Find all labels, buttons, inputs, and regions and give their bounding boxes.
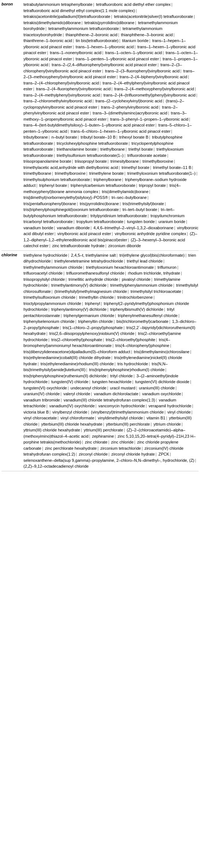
boron-entry-thianphthene-3: thianphthene–3–boronic acid bbox=[121, 33, 173, 37]
chlorine-entry-tungsten-hexachloride: tungsten hexachloride bbox=[92, 380, 132, 384]
chlorine-entry-trimethylantimony: trimethylantimony(V) dichloride bbox=[51, 283, 107, 287]
boron-entry-tri-tert-butyl-borate: tri–tert–butyl borate bbox=[122, 207, 157, 212]
boron-entry-triisopropanolamine: triisopropanolamine borate bbox=[23, 159, 71, 163]
chlorine-entry-rhodium-trichloride: rhodium trichloride, trihydrate bbox=[128, 271, 180, 275]
chlorine-entry-vinyldimethylsilyl: vinyldimethylsilyl chloride bbox=[98, 416, 143, 420]
boron-entry-n-butyl-borate: n–butyl borate bbox=[52, 135, 77, 139]
chlorine-entry-triphenylselenonium: triphenylselenonium chloride bbox=[23, 319, 74, 324]
chlorine-entry-undecanoyl: undecanoyl chloride bbox=[71, 386, 107, 390]
chlorine-entry-bis-trichloromethyl: bis(trichloromethyl)carbonate bbox=[116, 319, 168, 324]
boron-entry-trimethyl-borate: trimethyl borate bbox=[122, 165, 149, 170]
boron-entry-tributylborane: tributylborane bbox=[23, 135, 48, 139]
chlorine-entry-selenoxanthene: selenoxanthene–delta(sup 9,gamma)–propyl… bbox=[23, 458, 195, 463]
chlorine-entry-verapamil: verapamil hydrochloride bbox=[149, 404, 192, 408]
boron-entry-tetrakis-dimethylamido: tetrakis(dimethylamido)diborane bbox=[23, 20, 81, 25]
chlorine-entry-trioctylpropyl: trioctylpropylammonium chloride bbox=[23, 301, 81, 306]
chlorine-entry-tris-2-6-diisopropyl: tris(2,6–diisopropylphenoxy)niobium(V) c… bbox=[49, 331, 134, 336]
boron-entry-tetrafluoroboric-acid: tetrafluoroboric acid diethyl ether comp… bbox=[96, 2, 171, 7]
chlorine-entry-vinyl-chloroformate: vinyl chloroformate bbox=[60, 416, 94, 420]
boron-entry-thianthrene: thianthrene–1–boronic acid bbox=[23, 38, 72, 43]
boron-entry-titanium-boride: titanium boride bbox=[122, 38, 148, 43]
chlorine-entry-zephiramine: zephiramine bbox=[92, 434, 114, 438]
chlorine-entry-tris-triphenylphosphine-ruthenium: tris(triphenylphosphine)ruthenium(II) di… bbox=[23, 374, 107, 378]
chlorine-entry-tri-ethylene-glycol: tri(ethylene glycol)bis(chloroformate) bbox=[119, 253, 185, 257]
boron-content: tetrabutylammonium tetraphenylborate| te… bbox=[23, 1, 199, 249]
boron-entry-trans-3-dimethylamino: trans–3–(dimethylamino)acrylboronic acid bbox=[93, 111, 167, 115]
chlorine-entry-vanadium-iv-oxychloride: vanadium(IV) oxychloride bbox=[49, 404, 95, 408]
boron-entry-zinc-tetrafluoroborate: zinc tetrafluoroborate hydrate bbox=[52, 244, 104, 248]
chlorine-entry-tungsten-vi-dichloride: tungsten(VI) dichloride dioxide bbox=[135, 380, 189, 384]
chlorine-entry-zinc-chloride: zinc chloride bbox=[111, 440, 133, 444]
boron-entry-tungsten-boride: tungsten boride bbox=[127, 219, 155, 224]
boron-entry-trans-2-chloromethyl: trans–2–chloromethylvinylboronic acid bbox=[23, 99, 92, 103]
chlorine-entry-vancomycin: vancomycin hydrochloride bbox=[99, 404, 145, 408]
boron-entry-triethylsulfonium: triethylsulfonium tetrafluoroborate(1–) bbox=[57, 153, 124, 158]
chlorine-entry-trityl-chloride: trityl chloride bbox=[110, 374, 133, 378]
chlorine-entry-triphenylantimony: triphenylantimony(V) dichloride bbox=[51, 307, 107, 312]
chlorine-content: triethylene hydrochloride| 2,4,5–t, trie… bbox=[23, 252, 199, 469]
chlorine-entry-tris-ethylenediamine-rhodium: tris(ethylenediamine)rhodium(III) chlori… bbox=[41, 362, 114, 366]
boron-entry-trans-1-penten: trans–1–penten–1–ylboronic acid pinacol … bbox=[76, 57, 159, 61]
boron-entry-trimethyl-borate-11b: trimethyl borate–11 B bbox=[153, 165, 192, 170]
boron-entry-trimethylboroxine2: trimethylboroxine bbox=[55, 171, 86, 176]
chlorine-entry-zinc-chlorate: zinc chlorate bbox=[85, 440, 108, 444]
chlorine-entry-yttrium-iii-perchlorate: yttrium(III) perchlorate bbox=[84, 428, 123, 432]
chlorine-entry-tris-dibenzyl: tris(dibenzylideneacetone)dipalladium(0)… bbox=[23, 350, 130, 354]
chlorine-entry-trimethylsilyl-trichloroacetate: trimethylsilyl trichloroacetate bbox=[131, 289, 181, 294]
chlorine-entry-triisopropylsilyl: triisopropylsilyl chloride bbox=[23, 277, 65, 282]
chlorine-entry-trinitrochlorbenzene: trinitrochlorbenzene bbox=[117, 295, 153, 299]
boron-entry-tetrakis-pyrrolidino: tetrakis(pyrrolidino)diborane bbox=[84, 20, 134, 25]
boron-entry-tris-trimethylsilyl-borate: tris(trimethylsilyl)borate bbox=[123, 201, 164, 206]
chlorine-entry-valeryl-chloride: valeryl chloride bbox=[63, 392, 90, 396]
boron-entry-triisopropyl-borate: triisopropyl borate bbox=[75, 159, 107, 163]
boron-entry-trans-2-phenyl-acid: trans–2–phenylvinylboronic acid bbox=[101, 105, 159, 109]
chlorine-entry-tris-4-chlorophenyl: tris(4–chlorophenyl)phosphine bbox=[115, 343, 169, 348]
chlorine-entry-trifluoromethanesulfonyl: trifluoromethanesulfonyl chloride bbox=[66, 271, 124, 275]
chlorine-entry-vinyl-chloride: vinyl chloride bbox=[167, 410, 191, 414]
boron-entry-trans-2-4biphenyl: trans–2–(4–biphenyl)vinylboronic acid bbox=[119, 75, 187, 79]
chlorine-entry-zpck: ZPCK bbox=[159, 452, 169, 456]
boron-entry-trans-3-phenyl: trans–3–phenyl–1–propen–1–ylboronic acid bbox=[110, 117, 188, 121]
boron-entry-tetrakis-acetonitrile-palladium: tetrakis(acetonitrile)palladium(II)tetra… bbox=[23, 14, 110, 19]
boron-entry-triphenylborane: triphenylborane bbox=[94, 177, 122, 182]
boron-entry-tropylium: tropylium tetrafluoroborate bbox=[76, 219, 123, 224]
chlorine-entry-triphenylgermanium: triphenylgermanium chloride bbox=[64, 313, 114, 318]
boron-entry-trimesitylborane: trimesitylborane bbox=[111, 159, 139, 163]
page-container: boron tetrabutylammonium tetraphenylbora… bbox=[0, 0, 200, 474]
boron-entry-trimethyloxonium: trimethyloxonium tetrafluoroborate(1–) bbox=[127, 171, 196, 176]
boron-entry-vinylboronic-pinacol: vinylboronic acid pinacol ester bbox=[57, 231, 111, 236]
boron-entry-tetrafluoroboric-dimethyl: tetrafluoroboric acid dimethyl ethyl com… bbox=[23, 8, 135, 13]
boron-entry-trans-1-octen-acid: trans–1–octen–1–ylboronic acid bbox=[105, 50, 162, 55]
boron-entry-tin-bis: tin bis(tetrafluoroborate) bbox=[76, 38, 119, 43]
chlorine-entry-2-z-9-12: (2,Z)–9,12–octadecadienoyl chloride bbox=[23, 464, 89, 468]
chlorine-entry-victoria-blue-b: victoria blue B bbox=[23, 410, 49, 414]
boron-entry-tripropyl-borate: tripropyl borate bbox=[139, 183, 166, 188]
chlorine-entry-tris-hydrochloride: tris hydrochloride bbox=[117, 362, 148, 366]
boron-entry-tris-pyrrolidino: tris(pyrrolidino)borane bbox=[80, 201, 119, 206]
boron-entry-trans-1-hexen-acid: trans–1–hexen–1–ylboronic acid bbox=[76, 45, 134, 49]
chlorine-entry-trimethylsilyl-methylmagnesium: (trimethylsilyl)methylmagnesium chloride bbox=[55, 289, 127, 294]
chlorine-entry-ytterbium-iii-perchlorate: ytterbium(III) perchlorate bbox=[106, 422, 150, 426]
chlorine-entry-trimethylphenylammonium: trimethylphenylammonium chloride bbox=[110, 283, 173, 287]
chlorine-entry-triethyl-lead-chloride: triethyl lead chloride bbox=[127, 259, 163, 263]
boron-entry-tributyl-borate-10b: tributyl borate–10 B bbox=[81, 135, 115, 139]
chlorine-entry-triethylene-hydrochloride: triethylene hydrochloride bbox=[23, 253, 67, 257]
boron-entry-tris-dimethyl-norbornen: tris[dimethyl(norbornenylethyl)silyloxy]… bbox=[23, 195, 108, 200]
boron-entry-trimethylborane: trimethylborane bbox=[23, 171, 51, 176]
boron-entry-vinylboronic-anhydride: vinylboronic anhydride pyridine complex bbox=[115, 231, 186, 236]
chlorine-entry-zirconyl-chloride: zirconyl chloride bbox=[79, 452, 108, 456]
boron-entry-trans-4-tert-butyl: trans–4–(tert-butyldimethylsiloxy)–1–but… bbox=[23, 123, 155, 127]
boron-entry-trans-2-4methyl: trans–2–(4–methylphenyl)vinylboronic aci… bbox=[23, 93, 100, 97]
chlorine-entry-tris-1-chloro: tris(1–chloro–2–propyl)phosphate bbox=[63, 325, 123, 330]
boron-entry-tri-sec-butylborane: tri–sec–butylborane bbox=[112, 195, 147, 200]
chlorine-entry-vanadium-oxychloride: vanadium oxychloride bbox=[142, 392, 181, 396]
chlorine-entry-trimethylsulfoxonium: trimethylsulfoxonium chloride bbox=[23, 295, 75, 299]
boron-entry-tetramethylammonium-tetrafluoro: tetramethylammonium tetrafluoroborate bbox=[48, 26, 119, 31]
boron-entry-trihexyl-borate: trihexyl borate B bbox=[119, 135, 148, 139]
boron-entry-uranium-boride: uranium boride bbox=[159, 219, 185, 224]
chlorine-entry-vanadium-iii-chloride-thf: vanadium(III) chloride tetrahydrofuran c… bbox=[64, 398, 155, 402]
chlorine-entry-trifluoroacetyl-chloride: trifluoroacetyl chloride bbox=[23, 271, 63, 275]
chlorine-entry-vinylbenzyl-trimethyl: (vinylbenzyl)trimethylammonium chloride bbox=[91, 410, 164, 414]
boron-entry-tris-dimethylamido: tris(dimethylamido)borane bbox=[102, 189, 148, 194]
chlorine-entry-ytterbium-iii-hexahydrate: ytterbium(III) chloride hexahydrate bbox=[41, 422, 102, 426]
